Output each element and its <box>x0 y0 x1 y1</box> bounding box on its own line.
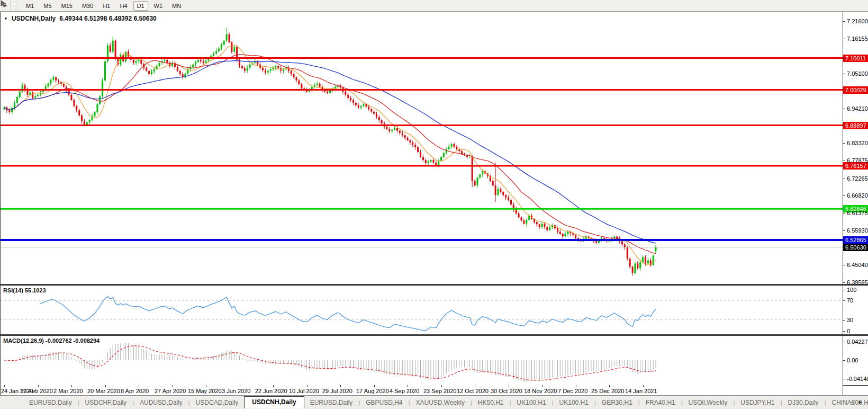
macd-histogram-layer <box>4 343 656 382</box>
date-tick-label: 23 Sep 2020 <box>423 388 456 394</box>
rsi-tick-mark <box>843 320 845 321</box>
date-tick-mark <box>173 385 173 387</box>
date-tick-label: 25 Dec 2020 <box>591 388 624 394</box>
date-tick-mark <box>139 385 139 387</box>
date-tick-mark <box>475 385 475 387</box>
timeframe-button-mn[interactable]: MN <box>168 1 185 11</box>
macd-tick-mark <box>843 360 845 361</box>
date-tick-label: 18 Nov 2020 <box>524 388 557 394</box>
chart-tab-dj30-daily[interactable]: DJ30,Daily <box>782 396 825 409</box>
chart-tab-usdchf-daily[interactable]: USDCHF,Daily <box>79 396 133 409</box>
chart-tab-audusd-daily[interactable]: AUDUSD,Daily <box>134 396 188 409</box>
price-tick-mark <box>843 195 845 196</box>
timeframe-button-w1[interactable]: W1 <box>150 1 167 11</box>
date-tick-mark <box>441 385 442 387</box>
date-tick-mark <box>273 385 274 387</box>
price-level-label: 6.88897 <box>843 122 868 129</box>
tab-scroll-right-icon[interactable]: ► <box>858 399 863 405</box>
price-tick-mark <box>843 213 845 214</box>
chart-tab-eurusd-daily[interactable]: EURUSD,Daily <box>304 396 359 409</box>
timeframe-button-h4[interactable]: H4 <box>116 1 131 11</box>
price-tick-label: 6.39595 <box>847 279 868 286</box>
date-tick-label: 20 Mar 2020 <box>87 388 120 394</box>
price-tick-label: 6.45040 <box>847 262 868 268</box>
price-tick-label: 6.72265 <box>847 175 868 182</box>
rsi-panel[interactable]: RSI(14) 55.1023 <box>0 286 843 334</box>
macd-indicator-label: MACD(12,26,9) -0.002762 -0.008294 <box>3 337 100 344</box>
date-tick-label: 12 Oct 2020 <box>457 388 489 394</box>
date-tick-mark <box>643 385 644 387</box>
rsi-line <box>40 297 656 331</box>
timeframe-button-m1[interactable]: M1 <box>22 1 38 11</box>
chart-tab-gbpusd-h4[interactable]: GBPUSD,H4 <box>360 396 408 409</box>
macd-tick-label: 0.00 <box>847 357 858 363</box>
date-tick-label: 29 Jul 2020 <box>322 388 352 394</box>
timeframe-button-d1[interactable]: D1 <box>133 1 148 11</box>
price-tick-mark <box>843 39 845 39</box>
date-tick-mark <box>206 385 206 387</box>
collapse-icon[interactable]: ▼ <box>4 16 8 21</box>
date-tick-mark <box>408 385 408 387</box>
timeframe-toolbar: ▾ M1M5M15M30H1H4D1W1MN <box>0 0 868 12</box>
date-tick-label: 14 Jan 2021 <box>625 388 657 394</box>
chart-tab-uk100-h1[interactable]: UK100,H1 <box>554 396 594 409</box>
date-tick-label: 15 May 2020 <box>188 388 222 394</box>
symbol-label: USDCNH,Daily <box>12 15 56 22</box>
date-tick-mark <box>38 385 39 387</box>
chart-tab-usoil-weekly[interactable]: USOil,Weekly <box>683 396 734 409</box>
price-tick-mark <box>843 179 845 179</box>
cursor-tool-icon[interactable] <box>2 1 4 11</box>
price-tick-label: 6.61375 <box>847 210 868 216</box>
price-tick-label: 7.05100 <box>847 70 868 77</box>
chart-tab-usdcnh-daily[interactable]: USDCNH,Daily <box>244 396 304 408</box>
chart-tab-eurusd-daily[interactable]: EURUSD,Daily <box>23 396 78 409</box>
price-tick-label: 6.94210 <box>847 105 868 112</box>
chart-tab-usdcad-daily[interactable]: USDCAD,Daily <box>190 396 245 409</box>
chart-tab-bar: EURUSD,Daily|USDCHF,Daily|AUDUSD,Daily|U… <box>0 395 868 409</box>
date-tick-mark <box>307 385 308 387</box>
chart-tab-xauusd-weekly[interactable]: XAUUSD,Weekly <box>410 396 470 409</box>
date-tick-mark <box>374 385 375 387</box>
chart-left-border <box>0 12 1 395</box>
price-tick-mark <box>843 265 845 265</box>
date-tick-label: 2 Mar 2020 <box>53 388 83 394</box>
price-tick-label: 7.16155 <box>847 35 868 42</box>
date-tick-mark <box>609 385 610 387</box>
macd-canvas[interactable] <box>0 336 843 385</box>
timeframe-button-h1[interactable]: H1 <box>99 1 114 11</box>
macd-tick-mark <box>843 342 845 342</box>
tab-scroll-left-icon[interactable]: ◄ <box>849 399 854 405</box>
rsi-indicator-label: RSI(14) 55.1023 <box>3 287 46 294</box>
price-tick-label: 6.83320 <box>847 140 868 146</box>
date-tick-mark <box>542 385 542 387</box>
date-tick-mark <box>71 385 72 387</box>
rsi-tick-mark <box>843 331 845 332</box>
date-tick-mark <box>509 385 509 387</box>
date-tick-mark <box>105 385 106 387</box>
macd-tick-label: 0.042275 <box>847 339 868 345</box>
timeframe-button-m15[interactable]: M15 <box>58 1 76 11</box>
date-tick-label: 7 Dec 2020 <box>558 388 587 394</box>
timeframe-button-m30[interactable]: M30 <box>78 1 97 11</box>
price-level-label: 7.00029 <box>843 86 868 94</box>
chart-tab-uk100-h1[interactable]: UK100,H1 <box>511 396 551 409</box>
price-tick-mark <box>843 161 845 161</box>
chart-tab-usdjpy-h1[interactable]: USDJPY,H1 <box>735 396 780 409</box>
main-chart-panel[interactable]: ▼ USDCNH,Daily 6.49344 6.51398 6.48392 6… <box>0 12 843 284</box>
timeframe-button-m5[interactable]: M5 <box>40 1 55 11</box>
main-chart-canvas[interactable] <box>0 12 843 284</box>
price-tick-label: 6.55930 <box>847 227 868 234</box>
macd-tick-label: -0.04148 <box>847 376 868 382</box>
date-tick-label: 30 Oct 2020 <box>491 388 522 394</box>
date-tick-label: 17 Aug 2020 <box>356 388 389 394</box>
toolbar-grip[interactable] <box>15 2 17 10</box>
chart-tab-fra40-h1[interactable]: FRA40,H1 <box>640 396 681 409</box>
rsi-canvas[interactable] <box>0 286 843 334</box>
price-tick-label: 6.77875 <box>847 157 868 164</box>
macd-panel[interactable]: MACD(12,26,9) -0.002762 -0.008294 <box>0 336 843 385</box>
rsi-tick-label: 100 <box>847 287 856 293</box>
chart-tab-hk50-h1[interactable]: HK50,H1 <box>472 396 510 409</box>
chart-tab-ger30-h1[interactable]: GER30,H1 <box>596 396 638 409</box>
rsi-tick-mark <box>843 290 845 290</box>
price-tick-mark <box>843 230 845 231</box>
